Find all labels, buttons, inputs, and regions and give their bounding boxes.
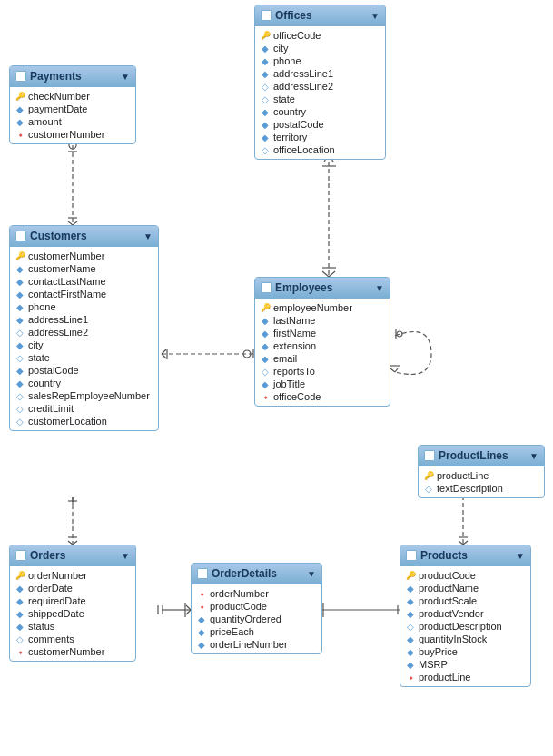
employees-header: Employees ▼ — [255, 278, 390, 299]
field-territory: ◆territory — [255, 131, 385, 143]
field-quantityinstock: ◆quantityInStock — [400, 633, 530, 645]
diamond-empty-icon: ◇ — [15, 353, 25, 362]
diamond-icon: ◆ — [15, 378, 25, 388]
diamond-icon: ◆ — [406, 647, 415, 656]
field-officecode: 🔑officeCode — [255, 29, 385, 42]
field-shippeddate: ◆shippedDate — [10, 607, 135, 620]
diamond-icon: ◆ — [261, 44, 270, 53]
orderdetails-header: OrderDetails ▼ — [192, 564, 321, 584]
offices-table: Offices ▼ 🔑officeCode ◆city ◆phone ◆addr… — [254, 5, 386, 160]
diamond-icon: ◆ — [15, 622, 25, 631]
orders-dropdown[interactable]: ▼ — [121, 551, 130, 561]
field-city: ◆city — [255, 42, 385, 54]
field-paymentdate: ◆paymentDate — [10, 103, 135, 115]
field-officelocation: ◇officeLocation — [255, 143, 385, 156]
field-addressline2: ◇addressLine2 — [10, 326, 158, 339]
orderdetails-table: OrderDetails ▼ ⬥orderNumber ⬥productCode… — [191, 563, 322, 654]
offices-body: 🔑officeCode ◆city ◆phone ◆addressLine1 ◇… — [255, 26, 385, 159]
svg-point-17 — [243, 350, 251, 358]
field-customerlocation: ◇customerLocation — [10, 415, 158, 427]
field-ordernumber-fk: ⬥orderNumber — [192, 587, 321, 600]
diamond-empty-icon: ◇ — [406, 622, 415, 631]
diamond-empty-icon: ◇ — [15, 634, 25, 643]
diamond-empty-icon: ◇ — [15, 328, 25, 337]
diamond-empty-icon: ◇ — [424, 484, 433, 493]
productlines-dropdown[interactable]: ▼ — [529, 451, 538, 461]
field-employeenumber: 🔑employeeNumber — [255, 301, 390, 314]
payments-dropdown[interactable]: ▼ — [121, 72, 130, 82]
orders-table: Orders ▼ 🔑orderNumber ◆orderDate ◆requir… — [9, 545, 136, 662]
field-email: ◆email — [255, 352, 390, 365]
customers-header: Customers ▼ — [10, 226, 158, 247]
field-productline-key: 🔑productLine — [419, 469, 544, 482]
field-state: ◇state — [255, 93, 385, 105]
products-header: Products ▼ — [400, 545, 530, 566]
field-phone: ◆phone — [255, 54, 385, 67]
orderdetails-dropdown[interactable]: ▼ — [307, 569, 316, 579]
diamond-icon: ◆ — [15, 596, 25, 605]
field-status: ◆status — [10, 620, 135, 633]
orders-header: Orders ▼ — [10, 545, 135, 566]
diamond-icon: ◆ — [261, 56, 270, 65]
diamond-empty-icon: ◇ — [261, 145, 270, 154]
fk-icon: ⬥ — [406, 673, 415, 682]
field-city: ◆city — [10, 339, 158, 351]
customers-dropdown[interactable]: ▼ — [143, 231, 153, 241]
field-firstname: ◆firstName — [255, 327, 390, 339]
fk-icon: ⬥ — [261, 392, 270, 401]
field-salesrepemployeenumber: ◇salesRepEmployeeNumber — [10, 389, 158, 402]
diamond-icon: ◆ — [15, 340, 25, 349]
diamond-icon: ◆ — [406, 584, 415, 593]
diamond-icon: ◆ — [15, 315, 25, 324]
diagram-container: Offices ▼ 🔑officeCode ◆city ◆phone ◆addr… — [0, 0, 553, 756]
fk-icon: ⬥ — [15, 130, 25, 139]
svg-line-21 — [390, 368, 395, 372]
employees-title: Employees — [275, 281, 332, 294]
field-quantityordered: ◆quantityOrdered — [192, 613, 321, 625]
field-textdescription: ◇textDescription — [419, 482, 544, 495]
offices-title: Offices — [275, 9, 312, 22]
field-ordernumber: 🔑orderNumber — [10, 569, 135, 582]
products-dropdown[interactable]: ▼ — [516, 551, 525, 561]
diamond-icon: ◆ — [406, 634, 415, 643]
field-lastname: ◆lastName — [255, 314, 390, 327]
field-addressline1: ◆addressLine1 — [255, 67, 385, 80]
diamond-icon: ◆ — [261, 69, 270, 78]
payments-title: Payments — [30, 70, 82, 83]
diamond-icon: ◆ — [261, 133, 270, 142]
field-buyprice: ◆buyPrice — [400, 645, 530, 658]
offices-dropdown[interactable]: ▼ — [370, 11, 380, 21]
field-extension: ◆extension — [255, 339, 390, 352]
payments-table-icon — [15, 71, 26, 82]
employees-body: 🔑employeeNumber ◆lastName ◆firstName ◆ex… — [255, 299, 390, 406]
offices-header: Offices ▼ — [255, 5, 385, 26]
svg-line-14 — [162, 349, 166, 354]
payments-body: 🔑checkNumber ◆paymentDate ◆amount ⬥custo… — [10, 87, 135, 143]
field-contactlastname: ◆contactLastName — [10, 275, 158, 288]
fk-icon: ⬥ — [197, 589, 206, 598]
fk-icon: ⬥ — [197, 602, 206, 611]
key-icon: 🔑 — [15, 251, 25, 260]
diamond-icon: ◆ — [261, 354, 270, 363]
employees-dropdown[interactable]: ▼ — [375, 283, 384, 293]
orderdetails-table-icon — [197, 568, 208, 579]
diamond-icon: ◆ — [197, 640, 206, 649]
key-icon: 🔑 — [261, 303, 270, 312]
field-comments: ◇comments — [10, 633, 135, 645]
offices-table-icon — [261, 10, 272, 21]
field-priceeach: ◆priceEach — [192, 625, 321, 638]
field-productscale: ◆productScale — [400, 594, 530, 607]
customers-table: Customers ▼ 🔑customerNumber ◆customerNam… — [9, 225, 159, 431]
diamond-icon: ◆ — [15, 290, 25, 299]
field-addressline1: ◆addressLine1 — [10, 313, 158, 326]
diamond-empty-icon: ◇ — [15, 417, 25, 426]
field-amount: ◆amount — [10, 115, 135, 128]
diamond-icon: ◆ — [261, 107, 270, 116]
field-customernumber-fk: ⬥customerNumber — [10, 128, 135, 141]
productlines-title: ProductLines — [439, 449, 509, 462]
diamond-icon: ◆ — [406, 596, 415, 605]
svg-point-19 — [397, 331, 402, 337]
diamond-icon: ◆ — [15, 277, 25, 286]
field-productline-fk: ⬥productLine — [400, 671, 530, 683]
field-productcode-key: 🔑productCode — [400, 569, 530, 582]
